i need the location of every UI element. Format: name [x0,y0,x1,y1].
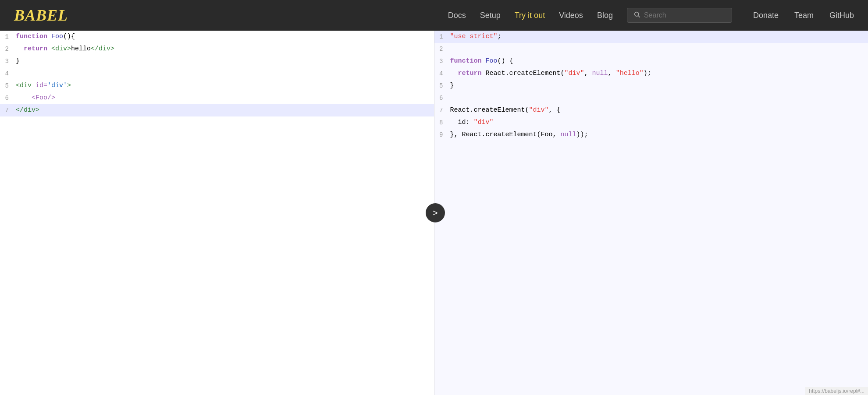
search-box[interactable] [627,8,732,23]
line-number: 6 [0,92,16,104]
line-content: </div> [16,104,434,116]
line-number: 7 [434,104,450,116]
right-editor-pane[interactable]: 1 "use strict"; 2 3 function Foo() { 4 r… [434,31,868,395]
svg-point-0 [635,12,639,16]
svg-line-1 [638,16,640,18]
status-bar: https://babeljs.io/repl#... [805,387,868,395]
line-number: 3 [434,55,450,67]
line-number: 3 [0,55,16,67]
nav-team[interactable]: Team [794,11,814,20]
line-content: function Foo() { [450,55,868,67]
line-number: 4 [434,67,450,80]
line-number: 1 [434,31,450,43]
line-content: return <div>hello</div> [16,43,434,55]
left-code-block: 1 function Foo(){ 2 return <div>hello</d… [0,31,434,116]
line-content: <Foo/> [16,92,434,104]
code-line: 8 id: "div" [434,116,868,129]
code-line: 6 [434,92,868,104]
line-content: return React.createElement("div", null, … [450,67,868,80]
left-editor-pane[interactable]: 1 function Foo(){ 2 return <div>hello</d… [0,31,434,395]
code-line: 3 } [0,55,434,67]
right-code-block: 1 "use strict"; 2 3 function Foo() { 4 r… [434,31,868,141]
code-line: 2 [434,43,868,55]
line-number: 7 [0,104,16,116]
code-line: 6 <Foo/> [0,92,434,104]
search-input[interactable] [644,11,726,19]
line-content: } [450,80,868,92]
line-content: } [16,55,434,67]
code-line: 1 function Foo(){ [0,31,434,43]
nav-blog[interactable]: Blog [597,11,613,20]
navbar: BABEL Docs Setup Try it out Videos Blog … [0,0,868,31]
logo-area: BABEL [14,6,68,25]
code-line: 2 return <div>hello</div> [0,43,434,55]
code-line: 4 [0,67,434,80]
collapse-button[interactable]: > [426,203,445,222]
line-number: 4 [0,67,16,80]
code-line: 3 function Foo() { [434,55,868,67]
line-number: 8 [434,116,450,129]
search-icon [633,11,640,20]
line-content: <div id='div'> [16,80,434,92]
nav-donate[interactable]: Donate [753,11,779,20]
nav-docs[interactable]: Docs [448,11,466,20]
nav-links: Docs Setup Try it out Videos Blog [448,11,613,20]
code-line: 5 <div id='div'> [0,80,434,92]
line-number: 5 [434,80,450,92]
line-content: id: "div" [450,116,868,129]
nav-try-it-out[interactable]: Try it out [515,11,545,20]
line-number: 1 [0,31,16,43]
babel-logo[interactable]: BABEL [14,7,68,24]
code-line: 1 "use strict"; [434,31,868,43]
line-number: 6 [434,92,450,104]
line-content: React.createElement("div", { [450,104,868,116]
editor-container: 1 function Foo(){ 2 return <div>hello</d… [0,31,868,395]
code-line: 9 }, React.createElement(Foo, null)); [434,129,868,141]
nav-github[interactable]: GitHub [829,11,854,20]
code-line: 5 } [434,80,868,92]
nav-videos[interactable]: Videos [559,11,583,20]
line-content: function Foo(){ [16,31,434,43]
status-url: https://babeljs.io/repl#... [809,388,864,394]
navbar-right: Donate Team GitHub [753,11,854,20]
line-number: 9 [434,129,450,141]
line-number: 2 [0,43,16,55]
code-line: 7 </div> [0,104,434,116]
line-content: }, React.createElement(Foo, null)); [450,129,868,141]
code-line: 7 React.createElement("div", { [434,104,868,116]
nav-setup[interactable]: Setup [480,11,501,20]
line-content: "use strict"; [450,31,868,43]
code-line: 4 return React.createElement("div", null… [434,67,868,80]
line-number: 5 [0,80,16,92]
line-number: 2 [434,43,450,55]
